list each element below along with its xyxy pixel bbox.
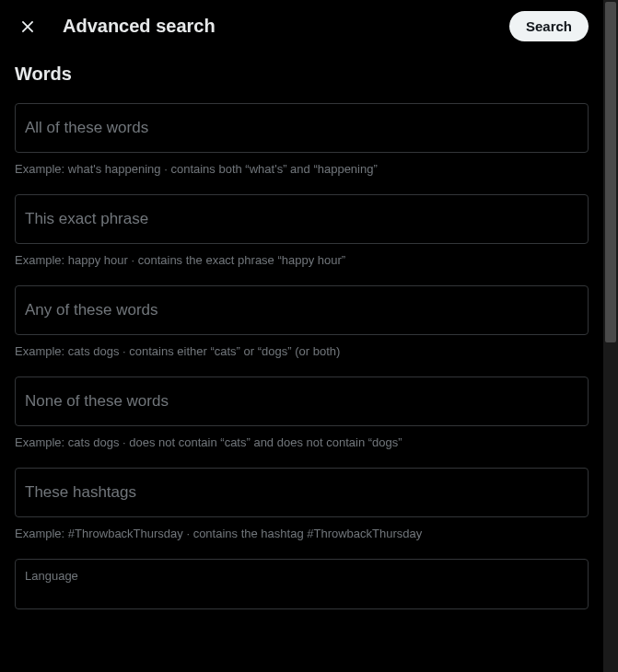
close-button[interactable] — [15, 14, 41, 40]
field-all-words: All of these words — [0, 96, 603, 156]
exact-phrase-input[interactable]: This exact phrase — [15, 194, 589, 244]
exact-phrase-hint: Example: happy hour · contains the exact… — [0, 248, 603, 278]
modal-title: Advanced search — [63, 16, 487, 37]
hashtags-label: These hashtags — [25, 483, 578, 502]
exact-phrase-label: This exact phrase — [25, 210, 578, 228]
all-words-label: All of these words — [25, 119, 578, 137]
section-title-words: Words — [0, 52, 603, 96]
scrollbar-thumb[interactable] — [605, 2, 616, 342]
any-words-label: Any of these words — [25, 301, 578, 319]
none-words-label: None of these words — [25, 392, 578, 411]
all-words-input[interactable]: All of these words — [15, 103, 589, 153]
field-any-words: Any of these words — [0, 278, 603, 339]
field-hashtags: These hashtags — [0, 460, 603, 521]
any-words-input[interactable]: Any of these words — [15, 285, 589, 335]
hashtags-hint: Example: #ThrowbackThursday · contains t… — [0, 521, 603, 551]
field-language: Language — [0, 551, 603, 613]
language-label: Language — [25, 569, 578, 583]
search-button[interactable]: Search — [509, 11, 589, 41]
modal-header: Advanced search Search — [0, 0, 603, 52]
field-exact-phrase: This exact phrase — [0, 187, 603, 248]
close-icon — [18, 17, 37, 36]
any-words-hint: Example: cats dogs · contains either “ca… — [0, 339, 603, 369]
field-none-words: None of these words — [0, 369, 603, 430]
language-select[interactable]: Language — [15, 559, 589, 609]
scrollbar-track[interactable] — [603, 0, 618, 672]
hashtags-input[interactable]: These hashtags — [15, 468, 589, 517]
none-words-input[interactable]: None of these words — [15, 377, 589, 426]
modal-content: Advanced search Search Words All of thes… — [0, 0, 603, 613]
all-words-hint: Example: what's happening · contains bot… — [0, 156, 603, 187]
none-words-hint: Example: cats dogs · does not contain “c… — [0, 430, 603, 460]
